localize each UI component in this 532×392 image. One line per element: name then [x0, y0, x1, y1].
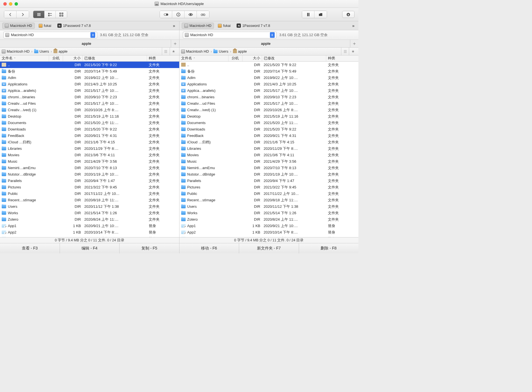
file-row[interactable]: PublicDIR2017/11/22 上午 10…文件夹: [0, 190, 179, 197]
file-row[interactable]: FeedBackDIR2020/9/21 下午 4:31文件夹: [0, 132, 179, 139]
drive-tab-app-right[interactable]: N1Password 7 v7.8: [234, 23, 272, 29]
file-row[interactable]: Nemirti…amEmuDIR2020/7/10 下午 8:13文件夹: [0, 165, 179, 171]
file-row[interactable]: Creativ…ived) (1)DIR2020/10/26 上午 8:…文件夹: [179, 107, 359, 113]
info-button[interactable]: [172, 11, 185, 18]
file-row[interactable]: ParallelsDIR2020/9/4 下午 1:47文件夹: [179, 178, 359, 184]
col-ext[interactable]: 分机: [228, 55, 242, 61]
file-row[interactable]: DesktopDIR2021/5/19 上午 11:16文件夹: [179, 113, 359, 120]
file-row[interactable]: WorksDIR2021/5/14 下午 1:26文件夹: [0, 210, 179, 216]
breadcrumb-users-right[interactable]: Users: [213, 49, 228, 53]
file-row[interactable]: Nutstor…dBridgeDIR2020/1/19 上午 10:…文件夹: [0, 171, 179, 178]
file-row[interactable]: AdlmDIR2019/9/22 上午 10:…文件夹: [0, 74, 179, 81]
star-icon[interactable]: ★: [170, 48, 178, 55]
volume-select-left[interactable]: Macintosh HD: [3, 32, 97, 38]
breadcrumb-hd-left[interactable]: Macintosh HD: [2, 49, 30, 53]
file-row[interactable]: iCloud …归档)DIR2021/1/6 下午 4:15文件夹: [0, 139, 179, 145]
move-button[interactable]: 移动 - F6: [179, 243, 239, 253]
col-size[interactable]: 大小: [63, 55, 83, 61]
minimize-window-button[interactable]: [9, 2, 12, 6]
archive-button[interactable]: [302, 11, 314, 18]
file-row[interactable]: DownloadsDIR2021/5/20 下午 9:22文件夹: [179, 126, 359, 132]
newfolder-button[interactable]: 新文件夹 - F7: [239, 243, 299, 253]
back-button[interactable]: [4, 11, 17, 18]
file-row[interactable]: ApplicationsDIR2021/4/3 上午 10:25文件夹: [0, 81, 179, 87]
drive-tabs-more-left[interactable]: »: [171, 23, 177, 28]
folder-action-button[interactable]: [314, 11, 327, 18]
file-row[interactable]: UsersDIR2020/11/12 下午 1:38文件夹: [179, 203, 359, 210]
file-row[interactable]: ..DIR2021/5/20 下午 9:22文件夹: [0, 62, 179, 68]
forward-button[interactable]: [17, 11, 29, 18]
col-mod[interactable]: 已修改: [83, 55, 147, 61]
breadcrumb-hd-right[interactable]: Macintosh HD: [181, 49, 209, 53]
file-row[interactable]: Applica…arallels)DIR2021/5/17 上午 10:…文件夹: [179, 87, 359, 94]
breadcrumb-apple-right[interactable]: apple: [233, 49, 247, 53]
file-row[interactable]: ParallelsDIR2020/9/4 下午 1:47文件夹: [0, 178, 179, 184]
toggle-hidden-button[interactable]: [160, 11, 172, 18]
file-row[interactable]: MoviesDIR2021/3/6 下午 4:11文件夹: [179, 152, 359, 158]
drive-tabs-more-right[interactable]: »: [351, 23, 356, 28]
file-row[interactable]: ZoteroDIR2020/8/24 上午 11:…文件夹: [179, 216, 359, 223]
delete-button[interactable]: 删除 - F8: [299, 243, 359, 253]
file-row[interactable]: ApplicationsDIR2021/4/3 上午 10:25文件夹: [179, 81, 359, 87]
file-row[interactable]: DownloadsDIR2021/5/20 下午 9:22文件夹: [0, 126, 179, 132]
file-row[interactable]: 备份DIR2020/7/14 下午 5:49文件夹: [179, 68, 359, 74]
view-button[interactable]: 查看 - F3: [0, 243, 60, 253]
file-row[interactable]: Recent…stImageDIR2020/8/18 上午 11:…文件夹: [179, 197, 359, 203]
file-row[interactable]: LibrariesDIR2020/11/29 下午 8:…文件夹: [0, 145, 179, 152]
file-row[interactable]: App21 KB2020/10/14 下午 8:…替身: [0, 229, 179, 235]
col-mod[interactable]: 已修改: [262, 55, 326, 61]
file-row[interactable]: iCloud …归档)DIR2021/1/6 下午 4:15文件夹: [179, 139, 359, 145]
file-row[interactable]: DocumentsDIR2021/5/20 上午 11:…文件夹: [0, 120, 179, 126]
file-row[interactable]: App11 KB2020/9/21 上午 10:…替身: [179, 223, 359, 229]
file-row[interactable]: chromi…binariesDIR2020/9/10 下午 2:23文件夹: [179, 94, 359, 100]
zoom-window-button[interactable]: [15, 2, 18, 6]
file-row[interactable]: App11 KB2020/9/21 上午 10:…替身: [0, 223, 179, 229]
quicklook-button[interactable]: [185, 11, 197, 18]
file-row[interactable]: DesktopDIR2021/5/19 上午 11:16文件夹: [0, 113, 179, 120]
file-row[interactable]: Recent…stImageDIR2020/8/18 上午 11:…文件夹: [0, 197, 179, 203]
binoculars-button[interactable]: [197, 11, 209, 18]
col-kind[interactable]: 种类: [147, 55, 179, 61]
copy-button[interactable]: 复制 - F5: [120, 243, 179, 253]
drive-tab-app-left[interactable]: N1Password 7 v7.8: [55, 23, 93, 29]
download-button[interactable]: [342, 11, 354, 18]
new-tab-right[interactable]: ＋: [350, 40, 358, 47]
star-icon[interactable]: ★: [349, 48, 357, 55]
file-row[interactable]: UsersDIR2020/11/12 下午 1:38文件夹: [0, 203, 179, 210]
file-row[interactable]: LibrariesDIR2020/11/29 下午 8:…文件夹: [179, 145, 359, 152]
file-row[interactable]: PicturesDIR2021/3/22 下午 9:45文件夹: [179, 184, 359, 190]
file-row[interactable]: Creativ…ud FilesDIR2021/5/17 上午 10:…文件夹: [0, 100, 179, 107]
col-ext[interactable]: 分机: [49, 55, 63, 61]
file-row[interactable]: MusicDIR2021/4/29 下午 3:56文件夹: [179, 158, 359, 165]
file-row[interactable]: Creativ…ud FilesDIR2021/5/17 上午 10:…文件夹: [179, 100, 359, 107]
view-list-button[interactable]: [33, 11, 45, 18]
edit-button[interactable]: 编辑 - F4: [60, 243, 120, 253]
list-mini-icon[interactable]: [162, 48, 170, 55]
file-row[interactable]: App21 KB2020/10/14 下午 8:…替身: [179, 229, 359, 235]
file-row[interactable]: App31 KB2020/9/10 上午 9:51替身: [0, 235, 179, 237]
file-row[interactable]: Nemirti…amEmuDIR2020/7/10 下午 8:13文件夹: [179, 165, 359, 171]
file-row[interactable]: PicturesDIR2021/3/22 下午 9:45文件夹: [0, 184, 179, 190]
file-row[interactable]: PublicDIR2017/11/22 上午 10…文件夹: [179, 190, 359, 197]
file-row[interactable]: MoviesDIR2021/3/6 下午 4:11文件夹: [0, 152, 179, 158]
file-row[interactable]: Creativ…ived) (1)DIR2020/10/26 上午 8:…文件夹: [0, 107, 179, 113]
file-row[interactable]: 备份DIR2020/7/14 下午 5:49文件夹: [0, 68, 179, 74]
col-size[interactable]: 大小: [242, 55, 262, 61]
breadcrumb-apple-left[interactable]: apple: [53, 49, 67, 53]
drive-tab-fukai-left[interactable]: fukai: [36, 23, 53, 29]
file-row[interactable]: WorksDIR2021/5/14 下午 1:26文件夹: [179, 210, 359, 216]
file-row[interactable]: FeedBackDIR2020/9/21 下午 4:31文件夹: [179, 132, 359, 139]
file-row[interactable]: Nutstor…dBridgeDIR2020/1/19 上午 10:…文件夹: [179, 171, 359, 178]
path-tab-left[interactable]: apple: [2, 41, 171, 46]
view-columns-button[interactable]: [45, 11, 56, 18]
new-tab-left[interactable]: ＋: [171, 40, 179, 47]
drive-tab-hd-right[interactable]: Macintosh HD: [182, 23, 214, 29]
file-row[interactable]: Applica…arallels)DIR2021/5/17 上午 10:…文件夹: [0, 87, 179, 94]
drive-tab-hd-left[interactable]: Macintosh HD: [2, 23, 35, 29]
col-name[interactable]: 文件名⌃: [0, 55, 49, 61]
file-row[interactable]: MusicDIR2021/4/29 下午 3:56文件夹: [0, 158, 179, 165]
file-row[interactable]: ..DIR2021/5/20 下午 9:22文件夹: [179, 62, 359, 68]
col-kind[interactable]: 种类: [326, 55, 358, 61]
breadcrumb-users-left[interactable]: Users: [34, 49, 49, 53]
file-row[interactable]: ZoteroDIR2020/8/24 上午 11:…文件夹: [0, 216, 179, 223]
